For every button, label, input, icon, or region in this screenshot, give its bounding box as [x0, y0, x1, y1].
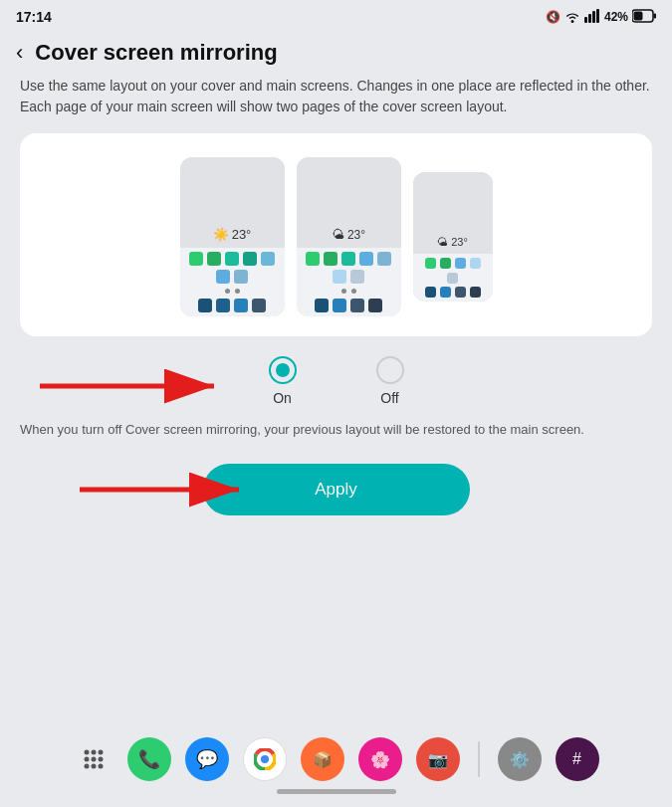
- preview-card: ☀️ 23°: [20, 133, 652, 336]
- dot: [234, 270, 248, 284]
- weather-widget-left: ☀️ 23°: [213, 227, 252, 242]
- svg-rect-3: [596, 9, 599, 23]
- temp-right: 23°: [451, 236, 468, 248]
- weather-widget-center: 🌤 23°: [332, 227, 365, 242]
- app-dots-row1b: [302, 252, 396, 284]
- radio-on[interactable]: On: [269, 356, 297, 406]
- phone-screen-top-center: 🌤 23°: [297, 157, 401, 248]
- dock-icon-slack[interactable]: #: [556, 737, 599, 781]
- nav-dots-left: [185, 287, 280, 296]
- dock-icon-pink[interactable]: 🌸: [358, 737, 402, 781]
- phone-dock-right: [413, 254, 493, 302]
- dot: [333, 299, 346, 312]
- svg-rect-5: [654, 13, 657, 18]
- svg-point-10: [91, 750, 96, 755]
- nav-dot: [225, 289, 230, 294]
- svg-point-12: [84, 757, 89, 762]
- dock-icon-orange[interactable]: 📦: [301, 737, 344, 781]
- signal-icon: [584, 9, 600, 26]
- svg-point-13: [91, 757, 96, 762]
- header: ‹ Cover screen mirroring: [0, 32, 672, 76]
- dot: [234, 299, 248, 312]
- dot: [306, 252, 320, 266]
- phone-preview-left: ☀️ 23°: [180, 157, 285, 316]
- app-dots-row1c: [418, 258, 488, 284]
- radio-on-inner: [276, 363, 290, 377]
- dock-icon-chrome[interactable]: [243, 737, 287, 781]
- sun-icon2: 🌤: [332, 227, 344, 242]
- dot: [470, 258, 481, 269]
- app-dots-row2c: [418, 287, 488, 298]
- svg-rect-6: [634, 11, 643, 20]
- radio-on-label: On: [273, 390, 292, 406]
- nav-dot: [341, 289, 346, 294]
- dot: [207, 252, 221, 266]
- svg-point-9: [84, 750, 89, 755]
- dock-icon-grid[interactable]: [74, 739, 113, 779]
- dot: [440, 258, 451, 269]
- back-button[interactable]: ‹: [16, 40, 23, 66]
- dock-icon-messages[interactable]: 💬: [185, 737, 229, 781]
- dot: [368, 299, 382, 312]
- nav-dots-center: [302, 287, 396, 296]
- dot: [252, 299, 266, 312]
- radio-off-label: Off: [380, 390, 398, 406]
- app-dots-row1: [185, 252, 280, 284]
- svg-point-15: [84, 764, 89, 769]
- bottom-dock: 📞 💬 📦 🌸 📷: [0, 727, 672, 807]
- dot: [425, 287, 436, 298]
- phone-preview-right: 🌤 23°: [413, 172, 493, 302]
- dot: [359, 252, 373, 266]
- dot: [440, 287, 451, 298]
- dot: [216, 270, 230, 284]
- status-time: 17:14: [16, 9, 52, 25]
- radio-off[interactable]: Off: [376, 356, 404, 406]
- dot: [377, 252, 391, 266]
- battery-icon: 42%: [604, 10, 628, 24]
- dock-icon-settings[interactable]: ⚙️: [498, 737, 542, 781]
- dock-icon-camera[interactable]: 📷: [416, 737, 460, 781]
- dot: [425, 258, 436, 269]
- app-dots-row2b: [302, 299, 396, 312]
- dot: [447, 273, 458, 284]
- phone-dock-left: [180, 248, 285, 316]
- dot: [189, 252, 203, 266]
- temp-left: 23°: [232, 227, 252, 242]
- svg-rect-0: [584, 17, 587, 23]
- svg-rect-1: [588, 14, 591, 23]
- phone-screen-top-right: 🌤 23°: [413, 172, 493, 254]
- page-title: Cover screen mirroring: [35, 40, 277, 66]
- dot: [198, 299, 212, 312]
- sun-icon3: 🌤: [437, 236, 448, 248]
- apply-btn-container: Apply: [20, 464, 652, 515]
- status-bar: 17:14 🔇 42%: [0, 0, 672, 32]
- weather-widget-right: 🌤 23°: [437, 236, 468, 248]
- status-icons: 🔇 42%: [546, 9, 656, 26]
- phone-screen-top-left: ☀️ 23°: [180, 157, 285, 248]
- home-indicator: [277, 789, 396, 794]
- radio-on-circle[interactable]: [269, 356, 297, 384]
- dock-apps-row: 📞 💬 📦 🌸 📷: [74, 727, 599, 785]
- radio-off-circle[interactable]: [376, 356, 404, 384]
- svg-point-19: [261, 755, 269, 763]
- dot: [225, 252, 239, 266]
- dock-divider: [478, 741, 480, 777]
- dot: [261, 252, 275, 266]
- svg-point-17: [98, 764, 103, 769]
- dot: [315, 299, 329, 312]
- battery-visual: [632, 9, 656, 26]
- description-text: Use the same layout on your cover and ma…: [20, 76, 652, 117]
- wifi-icon: [564, 9, 580, 26]
- radio-group-container: On Off: [20, 356, 652, 406]
- dot: [341, 252, 355, 266]
- dot: [470, 287, 481, 298]
- dock-icon-phone[interactable]: 📞: [127, 737, 171, 781]
- phone-dock-center: [297, 248, 401, 316]
- apply-button[interactable]: Apply: [203, 464, 470, 515]
- svg-point-14: [98, 757, 103, 762]
- svg-point-16: [91, 764, 96, 769]
- warning-text: When you turn off Cover screen mirroring…: [20, 420, 652, 440]
- phone-preview-center: 🌤 23°: [297, 157, 401, 316]
- dot: [324, 252, 337, 266]
- app-dots-row2: [185, 299, 280, 312]
